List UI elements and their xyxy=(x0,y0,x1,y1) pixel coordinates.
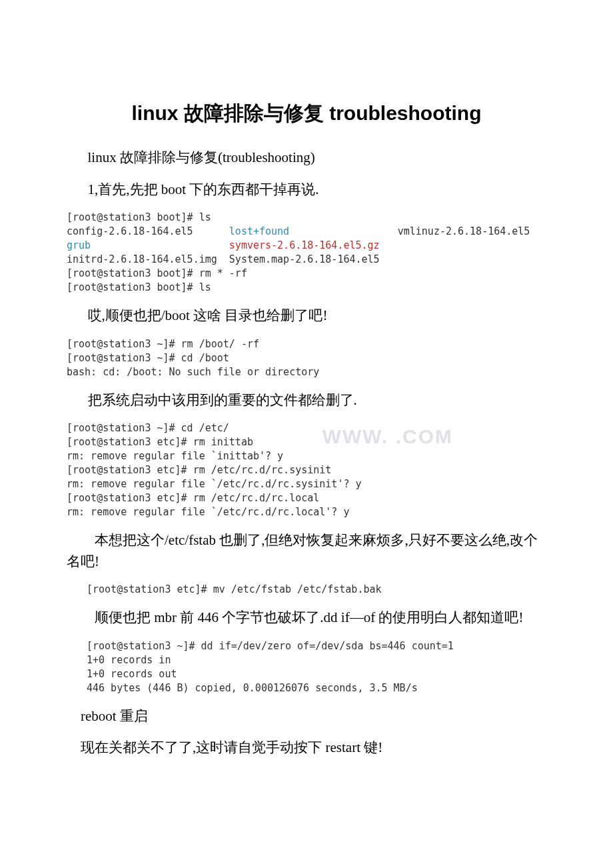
term-line: config-2.6.18-164.el5 xyxy=(67,225,193,237)
term-line: 1+0 records out xyxy=(87,668,177,680)
term-line: rm: remove regular file `/etc/rc.d/rc.sy… xyxy=(67,478,362,490)
document-page: linux 故障排除与修复 troubleshooting linux 故障排除… xyxy=(0,0,613,803)
term-line: grub xyxy=(67,239,91,251)
terminal-block-1: [root@station3 boot]# ls config-2.6.18-1… xyxy=(67,211,546,295)
term-line: [root@station3 ~]# cd /etc/ xyxy=(67,422,229,434)
step-2-text: 哎,顺便也把/boot 这啥 目录也给删了吧! xyxy=(67,305,546,327)
term-line: [root@station3 etc]# rm /etc/rc.d/rc.sys… xyxy=(67,464,331,476)
term-line: rm: remove regular file `inittab'? y xyxy=(67,450,283,462)
step-4-text: 本想把这个/etc/fstab 也删了,但绝对恢复起来麻烦多,只好不要这么绝,改… xyxy=(67,530,546,572)
term-line: [root@station3 boot]# rm * -rf xyxy=(67,267,247,279)
term-line: lost+found xyxy=(229,225,289,237)
document-title: linux 故障排除与修复 troubleshooting xyxy=(67,100,546,127)
term-line: 1+0 records in xyxy=(87,654,171,666)
term-line: [root@station3 etc]# rm inittab xyxy=(67,436,253,448)
term-line: [root@station3 boot]# ls xyxy=(67,211,211,223)
terminal-block-5: [root@station3 ~]# dd if=/dev/zero of=/d… xyxy=(87,639,546,695)
step-6-text: reboot 重启 xyxy=(67,706,546,727)
term-line: [root@station3 ~]# dd if=/dev/zero of=/d… xyxy=(87,640,454,652)
terminal-block-2: [root@station3 ~]# rm /boot/ -rf [root@s… xyxy=(67,337,546,379)
term-line: [root@station3 etc]# rm /etc/rc.d/rc.loc… xyxy=(67,492,319,504)
term-line: rm: remove regular file `/etc/rc.d/rc.lo… xyxy=(67,506,349,518)
term-line: vmlinuz-2.6.18-164.el5 xyxy=(398,225,530,237)
term-line: bash: cd: /boot: No such file or directo… xyxy=(67,366,319,378)
intro-paragraph: linux 故障排除与修复(troubleshooting) xyxy=(67,147,546,169)
step-5-text: 顺便也把 mbr 前 446 个字节也破坏了.dd if—of 的使用明白人都知… xyxy=(67,607,546,629)
term-line: [root@station3 ~]# rm /boot/ -rf xyxy=(67,338,259,350)
terminal-block-4: [root@station3 etc]# mv /etc/fstab /etc/… xyxy=(87,583,546,597)
step-3-text: 把系统启动中该用到的重要的文件都给删了. xyxy=(67,390,546,411)
term-line: [root@station3 etc]# mv /etc/fstab /etc/… xyxy=(87,583,382,595)
term-line: 446 bytes (446 B) copied, 0.000126076 se… xyxy=(87,682,418,694)
step-1-text: 1,首先,先把 boot 下的东西都干掉再说. xyxy=(67,179,546,201)
term-line: symvers-2.6.18-164.el5.gz xyxy=(229,239,380,251)
step-7-text: 现在关都关不了了,这时请自觉手动按下 restart 键! xyxy=(67,737,546,759)
term-line: [root@station3 ~]# cd /boot xyxy=(67,352,229,364)
terminal-block-3-wrap: WWW. .COM [root@station3 ~]# cd /etc/ [r… xyxy=(67,421,546,519)
term-line: initrd-2.6.18-164.el5.img System.map-2.6… xyxy=(67,253,380,265)
term-line: [root@station3 boot]# ls xyxy=(67,281,211,293)
terminal-block-3: [root@station3 ~]# cd /etc/ [root@statio… xyxy=(67,421,546,519)
